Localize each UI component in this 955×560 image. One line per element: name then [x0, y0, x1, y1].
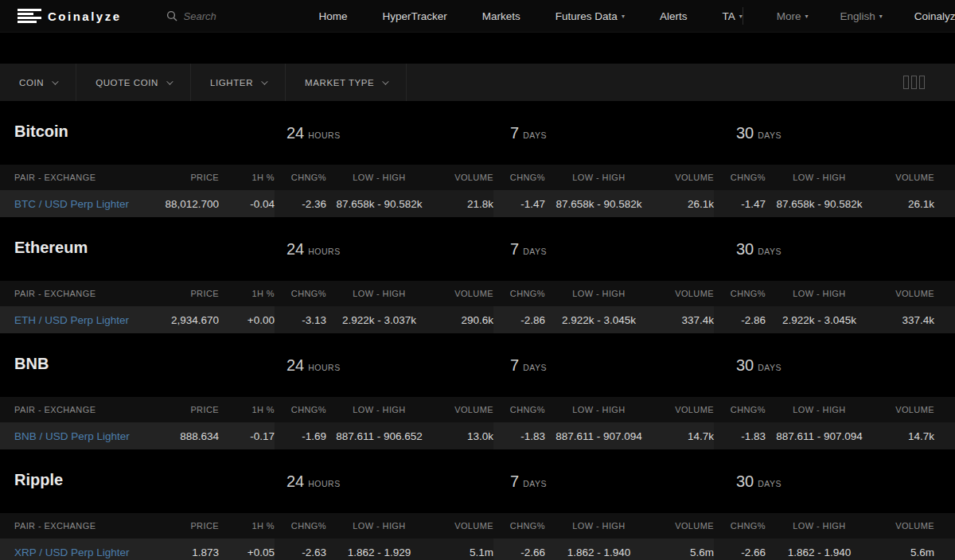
col-header-lowhigh-24h: LOW - HIGH	[326, 397, 432, 422]
pair-link[interactable]: BTC / USD Perp Lighter	[14, 198, 129, 210]
table-row: ETH / USD Perp Lighter 2,934.670 +0.00 -…	[0, 306, 955, 333]
coin-section: Bitcoin 24 HOURS 7 DAYS 30 DAYS PAIR - E…	[0, 101, 955, 217]
nav-item[interactable]: TA ▾	[722, 10, 742, 22]
table-row: BTC / USD Perp Lighter 88,012.700 -0.04 …	[0, 190, 955, 217]
period-label-30d: 30 DAYS	[736, 472, 782, 491]
col-header-1h: 1H %	[219, 165, 275, 190]
pair-link[interactable]: ETH / USD Perp Lighter	[14, 314, 129, 326]
nav-right-item[interactable]: More ▾	[777, 10, 809, 22]
nav-links: Home ▾ HyperTracker ▾ Markets ▾ Futures …	[319, 10, 743, 22]
lowhigh-7d-cell: 87.658k - 90.582k	[545, 190, 653, 217]
search-input[interactable]	[184, 10, 271, 22]
table-header-row: PAIR - EXCHANGE PRICE 1H % CHNG% LOW - H…	[0, 397, 955, 422]
lowhigh-7d-cell: 1.862 - 1.940	[545, 539, 653, 560]
row-spacer	[934, 190, 955, 217]
chng-7d-cell: -2.86	[493, 306, 545, 333]
col-header-pair: PAIR - EXCHANGE	[0, 281, 151, 306]
period-label-7d: 7 DAYS	[510, 472, 547, 491]
pair-cell: XRP / USD Perp Lighter	[0, 539, 151, 560]
lowhigh-30d-cell: 2.922k - 3.045k	[766, 306, 873, 333]
table-header-row: PAIR - EXCHANGE PRICE 1H % CHNG% LOW - H…	[0, 281, 955, 306]
section-title-row: Ripple 24 HOURS 7 DAYS 30 DAYS	[0, 469, 955, 496]
search-box[interactable]	[166, 10, 271, 22]
chng-24h-cell: -3.13	[275, 306, 326, 333]
nav-item-label: HyperTracker	[383, 10, 447, 22]
volume-24h-cell: 21.8k	[432, 190, 493, 217]
filter-label: COIN	[19, 78, 44, 88]
col-header-pair: PAIR - EXCHANGE	[0, 513, 151, 539]
col-header-volume-30d: VOLUME	[873, 281, 934, 306]
coin-name: Bitcoin	[14, 122, 68, 141]
section-title-row: Bitcoin 24 HOURS 7 DAYS 30 DAYS	[0, 121, 955, 147]
col-header-spacer	[934, 165, 955, 190]
coin-section: Ripple 24 HOURS 7 DAYS 30 DAYS PAIR - EX…	[0, 449, 955, 560]
col-header-chng-7d: CHNG%	[493, 165, 545, 190]
col-header-volume-24h: VOLUME	[432, 281, 493, 306]
period-label-24h: 24 HOURS	[286, 356, 341, 375]
col-header-lowhigh-30d: LOW - HIGH	[766, 397, 873, 422]
columns-icon[interactable]	[903, 76, 925, 89]
col-header-spacer	[934, 281, 955, 306]
col-header-chng-24h: CHNG%	[275, 513, 326, 539]
volume-30d-cell: 14.7k	[873, 422, 934, 449]
col-header-chng-24h: CHNG%	[275, 165, 326, 190]
nav-right-item[interactable]: English ▾	[840, 10, 882, 22]
col-header-lowhigh-30d: LOW - HIGH	[766, 281, 873, 306]
nav-right-item[interactable]: Coinalyze ▾	[914, 10, 955, 22]
col-header-price: PRICE	[151, 513, 219, 539]
lowhigh-7d-cell: 887.611 - 907.094	[545, 422, 653, 449]
chng-7d-cell: -2.66	[493, 539, 545, 560]
chng-24h-cell: -2.63	[275, 539, 326, 560]
volume-7d-cell: 26.1k	[653, 190, 714, 217]
chng-7d-cell: -1.47	[493, 190, 545, 217]
chng-24h-cell: -1.69	[275, 422, 326, 449]
pair-link[interactable]: BNB / USD Perp Lighter	[14, 430, 130, 442]
filter-label: MARKET TYPE	[305, 78, 374, 88]
lowhigh-24h-cell: 887.611 - 906.652	[326, 422, 432, 449]
volume-24h-cell: 290.6k	[432, 306, 493, 333]
nav-item-label: Alerts	[660, 10, 688, 22]
nav-item[interactable]: Futures Data ▾	[555, 10, 625, 22]
col-header-chng-30d: CHNG%	[714, 397, 766, 422]
col-header-volume-24h: VOLUME	[432, 165, 493, 190]
chevron-down-icon: ▾	[622, 13, 625, 20]
nav-item-label: Home	[319, 10, 348, 22]
lowhigh-30d-cell: 87.658k - 90.582k	[766, 190, 873, 217]
nav-item[interactable]: Markets ▾	[482, 10, 520, 22]
nav-item[interactable]: Alerts ▾	[660, 10, 688, 22]
change-1h-cell: +0.00	[219, 306, 275, 333]
col-header-lowhigh-7d: LOW - HIGH	[545, 513, 653, 539]
col-header-chng-30d: CHNG%	[714, 513, 766, 539]
price-cell: 1.873	[151, 539, 219, 560]
row-spacer	[934, 306, 955, 333]
nav-item[interactable]: Home ▾	[319, 10, 348, 22]
filter-dropdown[interactable]: MARKET TYPE	[286, 64, 407, 101]
divider	[743, 7, 743, 25]
col-header-volume-7d: VOLUME	[653, 513, 714, 539]
change-1h-cell: -0.17	[219, 422, 275, 449]
pair-link[interactable]: XRP / USD Perp Lighter	[14, 546, 130, 558]
chng-30d-cell: -1.47	[714, 190, 766, 217]
col-header-price: PRICE	[151, 397, 219, 422]
nav-right-item-label: English	[840, 10, 875, 22]
volume-30d-cell: 26.1k	[873, 190, 934, 217]
col-header-chng-30d: CHNG%	[714, 281, 766, 306]
chng-30d-cell: -1.83	[714, 422, 766, 449]
col-header-1h: 1H %	[219, 397, 275, 422]
price-cell: 2,934.670	[151, 306, 219, 333]
chng-7d-cell: -1.83	[493, 422, 545, 449]
price-cell: 88,012.700	[151, 190, 219, 217]
filter-dropdown[interactable]: COIN	[0, 64, 76, 101]
col-header-lowhigh-7d: LOW - HIGH	[545, 397, 653, 422]
nav-item[interactable]: HyperTracker ▾	[383, 10, 447, 22]
col-header-chng-24h: CHNG%	[275, 397, 326, 422]
filter-dropdown[interactable]: LIGHTER	[191, 64, 286, 101]
period-label-30d: 30 DAYS	[736, 356, 782, 375]
logo[interactable]: Coinalyze	[0, 9, 138, 23]
coin-section: Ethereum 24 HOURS 7 DAYS 30 DAYS PAIR - …	[0, 217, 955, 333]
col-header-chng-7d: CHNG%	[493, 281, 545, 306]
period-label-30d: 30 DAYS	[736, 240, 782, 259]
filter-dropdown[interactable]: QUOTE COIN	[76, 64, 191, 101]
col-header-1h: 1H %	[219, 513, 275, 539]
volume-24h-cell: 5.1m	[432, 539, 493, 560]
